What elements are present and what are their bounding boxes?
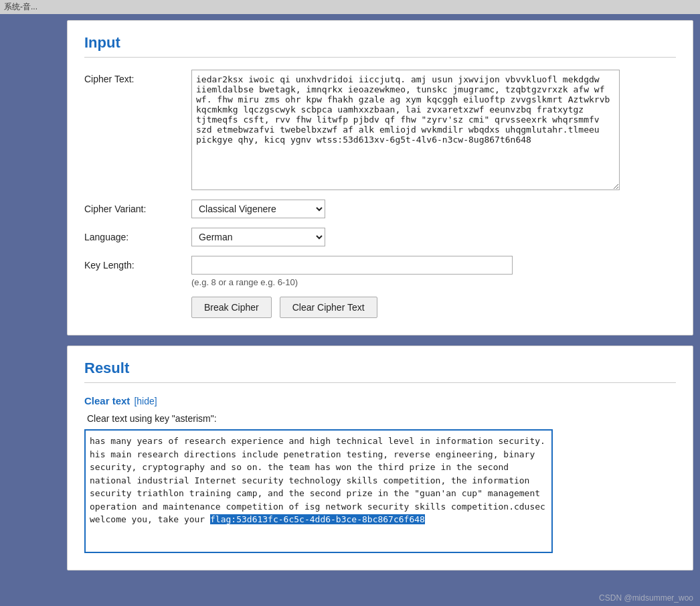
result-label-row: Clear text [hide] bbox=[84, 395, 676, 406]
cipher-variant-select[interactable]: Classical Vigenere Autokey Beaufort Vari… bbox=[191, 200, 325, 218]
language-row: Language: German English French Spanish … bbox=[84, 228, 676, 246]
top-bar-label: 系统-音... bbox=[4, 2, 37, 11]
result-highlighted-text: flag:53d613fc-6c5c-4dd6-b3ce-8bc867c6f64… bbox=[210, 514, 425, 524]
hide-link[interactable]: [hide] bbox=[134, 396, 157, 406]
language-select[interactable]: German English French Spanish Italian bbox=[191, 228, 325, 246]
top-bar: 系统-音... bbox=[0, 0, 700, 14]
buttons-row: Break Cipher Clear Cipher Text bbox=[191, 297, 676, 318]
clear-text-key-line: Clear text using key "asterism": bbox=[87, 413, 676, 424]
input-section: Input Cipher Text: Cipher Variant: Class… bbox=[67, 20, 693, 335]
key-length-label: Key Length: bbox=[84, 256, 191, 271]
result-section: Result Clear text [hide] Clear text usin… bbox=[67, 346, 693, 571]
cipher-text-input[interactable] bbox=[191, 70, 620, 190]
cipher-text-row: Cipher Text: bbox=[84, 70, 676, 190]
key-length-col: 3-30 (e.g. 8 or a range e.g. 6-10) bbox=[191, 256, 513, 287]
key-length-row: Key Length: 3-30 (e.g. 8 or a range e.g.… bbox=[84, 256, 676, 287]
break-cipher-button[interactable]: Break Cipher bbox=[191, 297, 272, 318]
result-normal-text: has many years of research experience an… bbox=[90, 436, 545, 524]
clear-text-label: Clear text bbox=[84, 395, 130, 406]
clear-cipher-button[interactable]: Clear Cipher Text bbox=[280, 297, 377, 318]
input-section-title: Input bbox=[84, 34, 676, 58]
cipher-variant-row: Cipher Variant: Classical Vigenere Autok… bbox=[84, 200, 676, 218]
main-content: Input Cipher Text: Cipher Variant: Class… bbox=[60, 13, 700, 587]
language-label: Language: bbox=[84, 228, 191, 242]
result-display-area: has many years of research experience an… bbox=[84, 429, 553, 553]
cipher-text-label: Cipher Text: bbox=[84, 70, 191, 84]
key-length-hint: (e.g. 8 or a range e.g. 6-10) bbox=[191, 277, 513, 287]
key-length-input[interactable]: 3-30 bbox=[191, 256, 513, 275]
cipher-variant-label: Cipher Variant: bbox=[84, 200, 191, 214]
result-section-title: Result bbox=[84, 360, 676, 383]
